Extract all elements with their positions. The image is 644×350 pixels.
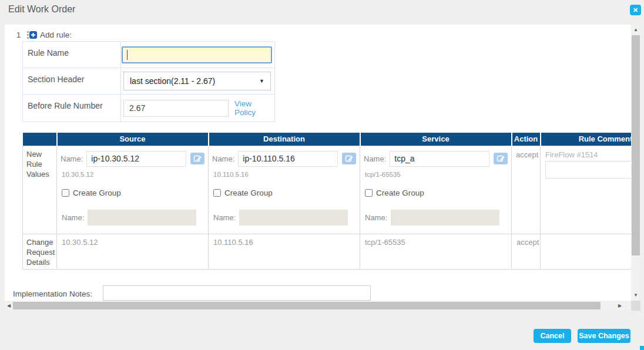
change-request-details-row: Change Request Details 10.30.5.12 10.110… bbox=[23, 234, 632, 269]
source-create-group-checkbox[interactable] bbox=[62, 189, 69, 197]
edit-destination-button[interactable] bbox=[342, 153, 356, 164]
create-group-label: Create Group bbox=[73, 189, 121, 197]
rules-table-viewport: Source Destination Service Action Rule C… bbox=[22, 133, 631, 271]
rule-comment-cell: FireFlow #1514 bbox=[541, 146, 632, 234]
destination-name-input[interactable] bbox=[238, 151, 338, 167]
page-title: Edit Work Order bbox=[8, 4, 75, 15]
destination-group-name-label: Name: bbox=[213, 213, 236, 222]
service-cell: Name: tcp/1-65535 bbox=[360, 146, 512, 234]
rule-name-label: Rule Name bbox=[23, 42, 121, 68]
create-group-label: Create Group bbox=[224, 189, 273, 197]
add-rule-row: 1 Add rule: bbox=[16, 31, 72, 39]
action-value: accept bbox=[512, 146, 541, 234]
close-icon: ✕ bbox=[633, 6, 638, 14]
destination-create-group-checkbox[interactable] bbox=[213, 189, 221, 197]
row-label-new-rule-values: New Rule Values bbox=[23, 146, 57, 234]
column-header-service: Service bbox=[360, 133, 512, 146]
header-row: Source Destination Service Action Rule C… bbox=[23, 133, 632, 146]
section-header-selected-value: last section(2.11 - 2.67) bbox=[124, 76, 259, 86]
rule-form: Rule Name Section Header last section(2.… bbox=[22, 41, 275, 122]
before-rule-number-label: Before Rule Number bbox=[23, 95, 121, 122]
save-changes-button[interactable]: Save Changes bbox=[578, 329, 630, 343]
destination-name-label: Name: bbox=[212, 154, 234, 163]
edit-source-button[interactable] bbox=[190, 153, 204, 164]
source-create-group[interactable]: Create Group bbox=[62, 189, 208, 197]
source-detail: 10.30.5.12 bbox=[62, 171, 208, 178]
service-create-group-checkbox[interactable] bbox=[365, 189, 373, 197]
destination-cell: Name: 10.110.5.16 bbox=[209, 146, 360, 234]
implementation-notes-label: Implementation Notes: bbox=[13, 290, 92, 298]
chevron-down-icon: ▼ bbox=[259, 78, 270, 84]
rules-table: Source Destination Service Action Rule C… bbox=[22, 133, 631, 270]
create-group-label: Create Group bbox=[376, 189, 424, 197]
service-name-input[interactable] bbox=[390, 151, 489, 167]
before-rule-number-input[interactable] bbox=[123, 100, 229, 117]
edit-icon bbox=[345, 154, 354, 163]
destination-group-name-input bbox=[239, 210, 348, 226]
work-order-panel: 1 Add rule: Rule Name bbox=[5, 25, 631, 301]
rule-comment-input[interactable] bbox=[545, 161, 631, 179]
edit-work-order-dialog: Edit Work Order ✕ 1 Add rule: Rule Name bbox=[0, 0, 644, 350]
service-group-name-input bbox=[391, 210, 499, 226]
edit-icon bbox=[193, 154, 202, 163]
column-header-destination: Destination bbox=[209, 133, 360, 146]
change-request-service: tcp/1-65535 bbox=[360, 234, 512, 269]
vertical-scrollbar[interactable]: ▲ ▼ bbox=[631, 25, 640, 301]
scrollbar-corner bbox=[631, 301, 640, 311]
cancel-button[interactable]: Cancel bbox=[534, 329, 571, 343]
change-request-action: accept bbox=[512, 234, 541, 269]
section-header-label: Section Header bbox=[23, 68, 121, 94]
text-caret bbox=[127, 50, 128, 60]
column-header-action: Action bbox=[512, 133, 541, 146]
section-header-select[interactable]: last section(2.11 - 2.67) ▼ bbox=[123, 72, 271, 90]
change-request-source: 10.30.5.12 bbox=[57, 234, 209, 269]
close-button[interactable]: ✕ bbox=[630, 5, 641, 15]
service-name-label: Name: bbox=[364, 154, 386, 163]
change-request-destination: 10.110.5.16 bbox=[209, 234, 360, 269]
implementation-notes-input[interactable] bbox=[103, 285, 371, 301]
column-header-source: Source bbox=[57, 133, 209, 146]
service-group-name-label: Name: bbox=[365, 213, 387, 222]
destination-detail: 10.110.5.16 bbox=[213, 171, 360, 178]
destination-create-group[interactable]: Create Group bbox=[213, 189, 360, 197]
column-header-empty bbox=[23, 133, 57, 146]
edit-service-button[interactable] bbox=[494, 153, 508, 164]
view-policy-link[interactable]: View Policy bbox=[234, 99, 274, 117]
service-create-group[interactable]: Create Group bbox=[365, 189, 511, 197]
add-rule-icon[interactable] bbox=[27, 31, 37, 39]
scroll-left-icon[interactable]: ◀ bbox=[5, 301, 13, 311]
rule-comment-value: FireFlow #1514 bbox=[545, 150, 631, 159]
rule-index: 1 bbox=[16, 31, 26, 39]
resize-handle[interactable] bbox=[640, 346, 644, 350]
vertical-scrollbar-thumb[interactable] bbox=[632, 35, 640, 255]
new-rule-values-row: New Rule Values Name: bbox=[23, 146, 632, 234]
column-header-rule-comment: Rule Comment bbox=[541, 133, 632, 146]
row-label-change-request-details: Change Request Details bbox=[23, 234, 57, 269]
scroll-up-icon[interactable]: ▲ bbox=[631, 26, 640, 34]
source-group-name-label: Name: bbox=[62, 213, 84, 222]
source-group-name-input bbox=[88, 210, 196, 226]
scroll-right-icon[interactable]: ▶ bbox=[616, 301, 624, 311]
scroll-down-icon[interactable]: ▼ bbox=[631, 291, 640, 299]
source-name-label: Name: bbox=[61, 154, 83, 163]
horizontal-scrollbar[interactable]: ◀ ▶ bbox=[5, 301, 631, 311]
service-detail: tcp/1-65535 bbox=[365, 171, 511, 178]
add-rule-label: Add rule: bbox=[40, 31, 72, 39]
source-cell: Name: 10.30.5.12 bbox=[57, 146, 209, 234]
edit-icon bbox=[497, 154, 505, 163]
change-request-comment bbox=[541, 234, 632, 269]
rule-name-input[interactable] bbox=[122, 46, 272, 63]
source-name-input[interactable] bbox=[86, 151, 186, 167]
horizontal-scrollbar-thumb[interactable] bbox=[13, 302, 601, 309]
